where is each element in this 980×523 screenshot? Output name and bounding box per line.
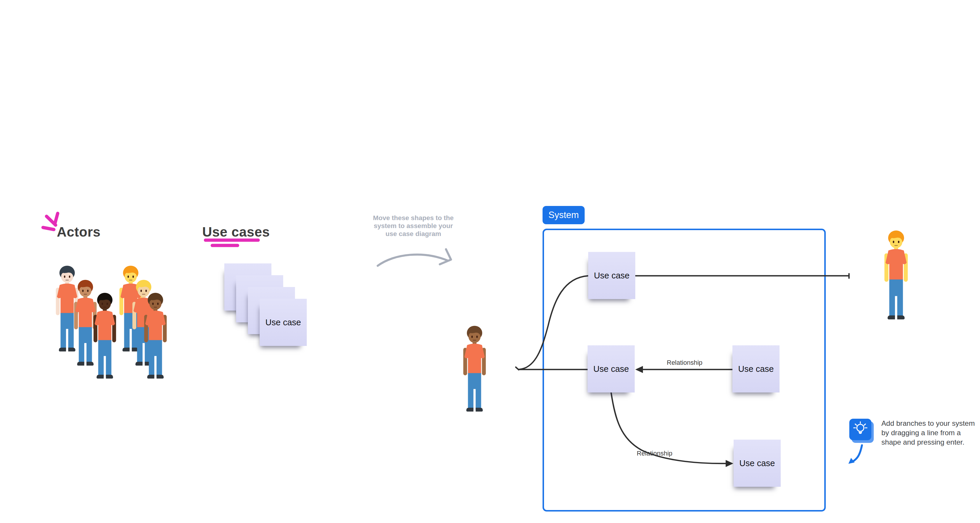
relationship-arrowhead-left (635, 366, 643, 373)
sticky-note-label: Use case (732, 345, 780, 392)
person-figure[interactable] (139, 290, 172, 384)
relationship-label-bottom[interactable]: Relationship (637, 450, 672, 457)
sticky-note-label: Use case (259, 299, 307, 346)
relationship-arrowhead-right (725, 460, 733, 467)
tip-arrow (848, 445, 862, 464)
sticky-note-label: Use case (588, 345, 635, 392)
pink-underline-mark (205, 240, 258, 246)
relationship-label-mid[interactable]: Relationship (667, 359, 702, 367)
tip-card[interactable] (849, 419, 871, 440)
lightbulb-icon (849, 419, 871, 440)
use-case-note-mid-right[interactable]: Use case (732, 345, 780, 392)
sticky-stack-note-front[interactable]: Use case (259, 299, 307, 346)
connector-actor-to-topnote[interactable] (519, 276, 588, 370)
use-case-note-bottom[interactable]: Use case (733, 440, 781, 487)
actor-left-figure[interactable] (458, 323, 491, 417)
tip-text: Add branches to your system by dragging … (881, 419, 980, 447)
actor-right-figure[interactable] (879, 228, 913, 325)
connector-overlay (0, 0, 980, 523)
use-case-note-top[interactable]: Use case (588, 252, 635, 299)
use-case-note-mid-left[interactable]: Use case (588, 345, 635, 392)
sticky-note-label: Use case (588, 252, 635, 299)
pink-burst-mark (43, 213, 58, 230)
sticky-note-label: Use case (733, 440, 781, 487)
guide-arrow (378, 249, 451, 266)
